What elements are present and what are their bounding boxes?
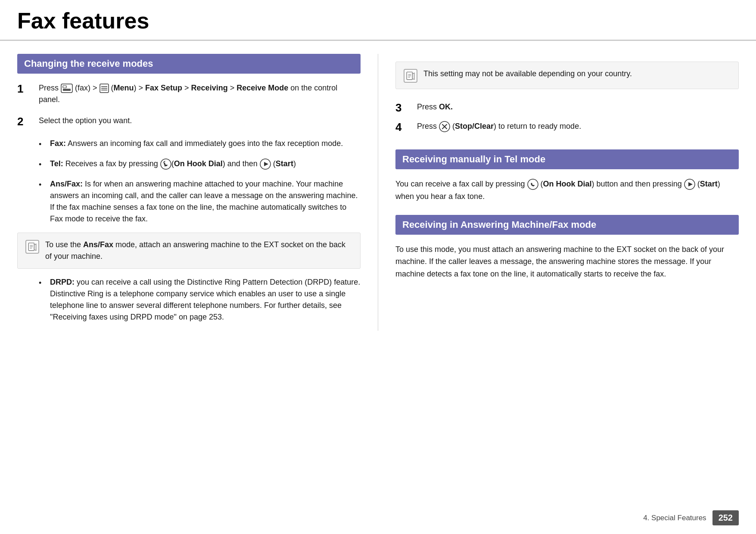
svg-marker-23	[688, 182, 693, 186]
start-icon-tel	[260, 158, 271, 170]
menu-icon	[100, 84, 109, 93]
section-header-answering: Receiving in Answering Machine/Fax mode	[395, 215, 739, 235]
note-box-country: This setting may not be available depend…	[395, 62, 739, 89]
step-3-content: Press OK.	[417, 101, 739, 113]
svg-rect-1	[63, 86, 66, 88]
page-footer: 4. Special Features 252	[643, 510, 739, 525]
bullet-tel-text: Tel: Receives a fax by pressing (On Hook…	[50, 158, 296, 170]
svg-marker-9	[264, 162, 268, 166]
step-1-content: Press (fax) >	[39, 82, 361, 106]
menu-label: Menu	[114, 84, 134, 92]
bullet-ansfax-text: Ans/Fax: Is for when an answering machin…	[50, 178, 361, 225]
step-4-content: Press (Stop/Clear) to return to ready mo…	[417, 121, 739, 132]
step-2: 2 Select the option you want.	[17, 115, 361, 128]
fax-icon	[61, 84, 73, 93]
main-content: Changing the receive modes 1 Press (fax)…	[0, 41, 756, 331]
bullet-dot-ansfax: •	[39, 179, 47, 191]
page-number: 252	[712, 510, 739, 525]
page-container: Fax features Changing the receive modes …	[0, 0, 756, 534]
page-title: Fax features	[0, 0, 756, 41]
stop-clear-icon	[439, 121, 450, 132]
section-tel-mode: Receiving manually in Tel mode You can r…	[395, 149, 739, 203]
bullet-dot-tel: •	[39, 159, 47, 171]
step-4-num: 4	[395, 121, 417, 134]
note-icon-1	[25, 240, 39, 254]
section-header-changing: Changing the receive modes	[17, 54, 361, 74]
note-1-text: To use the Ans/Fax mode, attach an answe…	[45, 239, 352, 262]
bullet-fax-text: Fax: Answers an incoming fax call and im…	[50, 138, 343, 149]
left-column: Changing the receive modes 1 Press (fax)…	[17, 54, 361, 331]
column-divider	[378, 54, 378, 331]
on-hook-dial-icon	[160, 158, 171, 170]
step-4: 4 Press (Stop/Clear) to return to ready …	[395, 121, 739, 134]
bullet-drpd-text: DRPD: you can receive a call using the D…	[50, 276, 361, 323]
step-3: 3 Press OK.	[395, 101, 739, 115]
step-3-num: 3	[395, 101, 417, 115]
on-hook-dial-icon-2	[527, 179, 538, 190]
step-1: 1 Press (fax) >	[17, 82, 361, 106]
receiving-label: Receiving	[191, 84, 228, 92]
svg-rect-2	[63, 89, 71, 91]
start-icon-2	[684, 179, 695, 190]
step-2-num: 2	[17, 115, 39, 128]
bullet-ansfax: • Ans/Fax: Is for when an answering mach…	[39, 178, 361, 225]
section-header-tel: Receiving manually in Tel mode	[395, 149, 739, 169]
section-answering-machine: Receiving in Answering Machine/Fax mode …	[395, 215, 739, 280]
step-2-content: Select the option you want.	[39, 115, 361, 127]
receive-mode-label: Receive Mode	[236, 84, 288, 92]
svg-point-7	[161, 159, 171, 169]
note-country-text: This setting may not be available depend…	[423, 68, 632, 80]
footer-section-text: 4. Special Features	[643, 514, 706, 522]
bullet-fax: • Fax: Answers an incoming fax call and …	[39, 138, 361, 150]
step-1-num: 1	[17, 82, 39, 96]
svg-point-21	[528, 179, 538, 189]
bullet-tel: • Tel: Receives a fax by pressing (On Ho…	[39, 158, 361, 171]
answering-machine-para: To use this mode, you must attach an ans…	[395, 243, 739, 280]
note-box-ansfax: To use the Ans/Fax mode, attach an answe…	[17, 233, 361, 269]
right-column: This setting may not be available depend…	[395, 54, 739, 331]
fax-setup-label: Fax Setup	[145, 84, 182, 92]
tel-mode-para: You can receive a fax call by pressing (…	[395, 178, 739, 203]
bullet-drpd: • DRPD: you can receive a call using the…	[39, 276, 361, 323]
bullet-dot-fax: •	[39, 139, 47, 150]
svg-rect-0	[61, 84, 72, 93]
bullet-dot-drpd: •	[39, 277, 47, 289]
note-icon-2	[404, 69, 417, 83]
